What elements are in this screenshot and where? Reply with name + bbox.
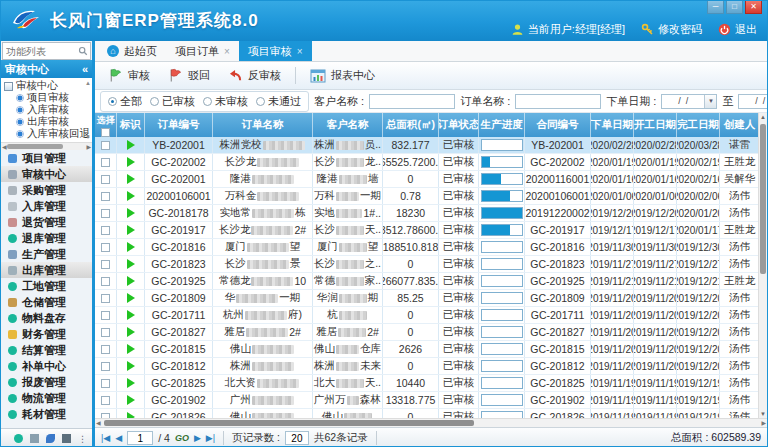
row-checkbox[interactable] <box>101 379 110 388</box>
column-header[interactable]: 下单日期 <box>591 113 634 137</box>
sidebar-module[interactable]: 采购管理 <box>1 182 92 198</box>
order-date-to-input[interactable] <box>739 96 767 106</box>
cart-icon[interactable] <box>30 434 39 443</box>
sidebar-module[interactable]: 审核中心 <box>1 166 92 182</box>
column-header[interactable]: 客户名称 <box>313 113 383 137</box>
reject-button[interactable]: 驳回 <box>159 65 219 86</box>
prev-page-button[interactable]: ◀ <box>115 433 122 443</box>
select-all-checkbox[interactable] <box>101 128 110 137</box>
row-checkbox[interactable] <box>101 192 110 201</box>
go-page-button[interactable]: GO <box>175 433 189 443</box>
table-row[interactable]: GC-202001隆港隆港墙0已审核202001160012020/01/162… <box>95 171 758 188</box>
row-checkbox[interactable] <box>101 328 110 337</box>
table-row[interactable]: GC-201809华一期华润期85.25已审核GC-2018092019/11/… <box>95 290 758 307</box>
collapse-sidebar-icon[interactable]: « <box>82 63 88 75</box>
calendar-dropdown-icon[interactable]: ▼ <box>704 95 716 108</box>
order-date-from-input[interactable] <box>662 96 704 106</box>
row-checkbox[interactable] <box>101 294 110 303</box>
column-header[interactable]: 订单编号 <box>145 113 213 137</box>
sidebar-module[interactable]: 生产管理 <box>1 246 92 262</box>
table-row[interactable]: GC-201827雅居2#雅居2#0已审核GC-2018272019/11/20… <box>95 324 758 341</box>
column-header[interactable]: 合同编号 <box>525 113 591 137</box>
row-checkbox[interactable] <box>101 158 110 167</box>
table-row[interactable]: GC-202002长沙龙长沙龙..65525.7200..已审核GC-20200… <box>95 154 758 171</box>
horizontal-scrollbar[interactable]: ◀ ▶ <box>95 418 767 427</box>
column-header[interactable]: 总面积(㎡) <box>383 113 439 137</box>
unaudit-button[interactable]: 反审核 <box>219 65 290 86</box>
tab-home[interactable]: ⌂ 起始页 <box>98 41 166 61</box>
function-search-input[interactable] <box>3 46 78 57</box>
tab-project-orders[interactable]: 项目订单 × <box>166 41 239 61</box>
row-checkbox[interactable] <box>101 362 110 371</box>
customer-name-input[interactable] <box>369 94 455 109</box>
leaf-icon[interactable] <box>46 434 55 443</box>
page-number-input[interactable] <box>127 431 153 445</box>
maximize-button[interactable]: □ <box>726 1 743 14</box>
table-row[interactable]: GC-201902广州广州万森林13318.775已审核GC-201902201… <box>95 392 758 409</box>
tab-project-audit[interactable]: 项目审核 × <box>239 41 312 61</box>
column-header[interactable]: 标识 <box>117 113 145 137</box>
scroll-left-icon[interactable]: ◀ <box>96 419 101 428</box>
tree-scroll-thumb[interactable] <box>7 144 63 149</box>
table-row[interactable]: GC-201823长沙景长沙之..0已审核GC-2018232019/11/27… <box>95 256 758 273</box>
sidebar-module[interactable]: 结算管理 <box>1 342 92 358</box>
report-center-button[interactable]: 报表中心 <box>301 65 384 86</box>
row-checkbox[interactable] <box>101 311 110 320</box>
table-row[interactable]: GC-2018178实地常栋实地1#..18230已审核201912200022… <box>95 205 758 222</box>
scroll-left-icon[interactable]: ◀ <box>2 143 7 151</box>
table-row[interactable]: GC-201825北大资北大天..10440已审核GC-2018252019/1… <box>95 375 758 392</box>
table-row[interactable]: GC-201925常德龙10常德家..266077.835..已审核GC-201… <box>95 273 758 290</box>
sidebar-module[interactable]: 仓储管理 <box>1 294 92 310</box>
sidebar-module[interactable]: 出库管理 <box>1 262 92 278</box>
search-icon[interactable] <box>78 46 88 56</box>
status-radio[interactable]: 全部 <box>108 94 142 109</box>
row-checkbox[interactable] <box>101 260 110 269</box>
vertical-scrollbar[interactable]: ▲ ▼ <box>758 113 767 418</box>
column-header[interactable]: 生产进度 <box>479 113 525 137</box>
table-row[interactable]: GC-201711杭州府)杭0已审核GC-2017112019/11/20201… <box>95 307 758 324</box>
close-tab-icon[interactable]: × <box>297 46 303 57</box>
order-name-input[interactable] <box>515 94 601 109</box>
scroll-right-icon[interactable]: ▶ <box>761 419 766 428</box>
column-header[interactable]: 开工日期 <box>634 113 677 137</box>
table-row[interactable]: GC-201815佛山佛山仓库2626已审核GC-2018152019/11/2… <box>95 341 758 358</box>
column-header[interactable]: 选择 <box>95 113 117 137</box>
table-row[interactable]: GC-201917长沙龙2#长沙天..8512.78600..已审核GC-201… <box>95 222 758 239</box>
sidebar-module[interactable]: 物料盘存 <box>1 310 92 326</box>
change-password-button[interactable]: 修改密码 <box>641 22 702 37</box>
audit-button[interactable]: 审核 <box>99 65 159 86</box>
column-header[interactable]: 订单名称 <box>213 113 313 137</box>
status-radio[interactable]: 已审核 <box>150 94 195 109</box>
column-header[interactable]: 订单状态 <box>439 113 479 137</box>
column-header[interactable]: 创建人 <box>720 113 760 137</box>
row-checkbox[interactable] <box>101 277 110 286</box>
page-size-input[interactable] <box>285 431 309 445</box>
tree-scroll-up-icon[interactable]: ▲ <box>85 80 91 86</box>
sidebar-module[interactable]: 物流管理 <box>1 390 92 406</box>
next-page-button[interactable]: ▶ <box>194 433 201 443</box>
scroll-right-icon[interactable]: ▶ <box>86 143 91 151</box>
module-shortcut-icon[interactable] <box>14 434 23 443</box>
table-row[interactable]: YB-202001株洲党校株洲员..832.177已审核YB-202001202… <box>95 137 758 154</box>
scroll-up-icon[interactable]: ▲ <box>759 114 767 120</box>
sidebar-module[interactable]: 工地管理 <box>1 278 92 294</box>
minimize-button[interactable]: ─ <box>707 1 724 14</box>
table-row[interactable]: GC-201816厦门望厦门望188510.818已审核GC-201816201… <box>95 239 758 256</box>
column-header[interactable]: 完工日期 <box>677 113 720 137</box>
scroll-down-icon[interactable]: ▼ <box>759 411 767 417</box>
sidebar-module[interactable]: 耗材管理 <box>1 406 92 422</box>
tree-item[interactable]: 入库审核回退 <box>4 128 90 140</box>
horizontal-scroll-thumb[interactable] <box>104 420 474 426</box>
tree-scroll-down-icon[interactable]: ▼ <box>85 134 91 140</box>
row-checkbox[interactable] <box>101 175 110 184</box>
row-checkbox[interactable] <box>101 345 110 354</box>
first-page-button[interactable]: |◀ <box>101 433 110 443</box>
vertical-scroll-thumb[interactable] <box>760 124 766 274</box>
table-row[interactable]: GC-201826佛山佛山0已审核GC-2018262019/11/192019… <box>95 409 758 418</box>
close-tab-icon[interactable]: × <box>224 46 230 57</box>
row-checkbox[interactable] <box>101 396 110 405</box>
table-row[interactable]: 20200106001万科金万科一期0.78已审核202001060012020… <box>95 188 758 205</box>
more-options-icon[interactable]: ⋮ <box>78 434 87 444</box>
sidebar-module[interactable]: 报废管理 <box>1 374 92 390</box>
row-checkbox[interactable] <box>101 141 110 150</box>
